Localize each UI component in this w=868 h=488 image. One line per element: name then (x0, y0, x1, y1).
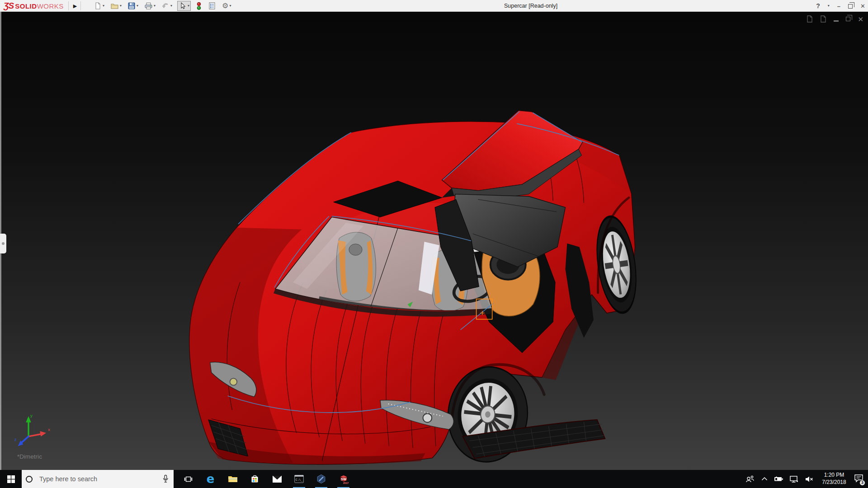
gear-icon: ⚙ (222, 2, 228, 9)
document-window-controls: ✕ (807, 15, 863, 23)
undo-button[interactable]: ▾ (160, 1, 173, 11)
save-button[interactable]: ▾ (127, 1, 139, 11)
taskbar-microsoft-store-button[interactable] (244, 470, 266, 488)
undo-icon (161, 2, 170, 10)
taskbar-clock[interactable]: 1:20 PM 7/23/2018 (820, 472, 848, 486)
people-icon[interactable] (745, 475, 755, 483)
microphone-icon[interactable] (162, 474, 169, 483)
solidworks-2017-icon: SW 2017 (338, 474, 349, 484)
taskbar-edrawings-button[interactable] (310, 470, 332, 488)
help-dropdown-arrow[interactable]: ▾ (828, 4, 830, 8)
triad-y-label: y (30, 413, 33, 418)
taskbar-mail-button[interactable] (266, 470, 288, 488)
close-button[interactable]: ✕ (860, 0, 865, 12)
dropdown-arrow[interactable]: ▾ (188, 4, 189, 8)
restore-button[interactable] (848, 4, 853, 9)
minimize-button[interactable]: – (837, 0, 840, 12)
window-controls: ? ▾ – ✕ (816, 0, 865, 12)
notification-badge: 3 (859, 480, 865, 486)
taskbar-file-explorer-button[interactable] (222, 470, 244, 488)
task-view-button[interactable] (177, 470, 199, 488)
document-restore-button[interactable] (846, 17, 850, 21)
new-document-button[interactable]: ▾ (93, 1, 105, 11)
car-model-supercar[interactable]: + x y z *Dimetric (0, 12, 868, 470)
panel-tab-knob (2, 242, 5, 245)
edrawings-hexagon-icon (316, 474, 326, 484)
cortana-icon (26, 476, 33, 483)
triad-z-label: z (14, 437, 17, 442)
select-cursor-icon (179, 2, 187, 10)
svg-text:2017: 2017 (343, 482, 348, 484)
title-bar: ƷS SOLID WORKS ▶ ▾ ▾ (0, 0, 868, 12)
taskbar-edge-button[interactable]: e (199, 470, 222, 488)
document-icon[interactable] (820, 15, 826, 23)
document-minimize-button[interactable] (834, 20, 839, 22)
volume-muted-icon[interactable] (805, 475, 814, 483)
toolbar-divider (68, 1, 69, 10)
svg-text:C:\_: C:\_ (296, 478, 303, 482)
rebuild-button[interactable] (195, 1, 203, 11)
solidworks-logo-mark: ƷS (4, 1, 14, 11)
mail-icon (272, 475, 282, 483)
dropdown-arrow[interactable]: ▾ (154, 4, 156, 8)
task-view-icon (184, 475, 193, 483)
start-button[interactable] (0, 470, 22, 488)
file-explorer-icon (228, 475, 238, 483)
file-properties-button[interactable] (207, 1, 217, 11)
window-title: Supercar [Read-only] (504, 0, 557, 12)
help-button[interactable]: ? (816, 0, 820, 12)
rebuild-traffic-light-icon (196, 2, 202, 10)
dropdown-arrow[interactable]: ▾ (103, 4, 104, 8)
svg-text:SW: SW (340, 477, 346, 481)
headlight-right-lamp (423, 413, 432, 422)
quick-access-toolbar: ▾ ▾ ▾ ▾ (93, 0, 232, 12)
orientation-triad: x y z (14, 413, 50, 446)
menu-flyout-button[interactable]: ▶ (71, 0, 79, 12)
dropdown-arrow[interactable]: ▾ (170, 4, 172, 8)
solidworks-logo-bold: SOLID (15, 2, 37, 10)
search-input[interactable]: Type here to search (22, 470, 174, 488)
open-button[interactable]: ▾ (109, 1, 123, 11)
clock-time: 1:20 PM (820, 472, 848, 479)
print-button[interactable]: ▾ (143, 1, 156, 11)
select-button[interactable]: ▾ (177, 1, 191, 11)
document-close-button[interactable]: ✕ (858, 16, 863, 23)
system-tray: 1:20 PM 7/23/2018 3 (745, 470, 868, 488)
action-center-button[interactable]: 3 (854, 474, 863, 484)
dropdown-arrow[interactable]: ▾ (137, 4, 138, 8)
network-icon[interactable] (789, 475, 799, 483)
clock-date: 7/23/2018 (820, 479, 848, 486)
dropdown-arrow[interactable]: ▾ (120, 4, 122, 8)
chevron-up-icon[interactable] (761, 475, 768, 483)
search-placeholder: Type here to search (39, 475, 162, 483)
panel-expand-tab[interactable] (0, 234, 6, 253)
command-prompt-icon: C:\_ (294, 475, 304, 483)
taskbar-apps: e (177, 470, 354, 488)
triad-x-label: x (48, 427, 50, 432)
print-icon (144, 2, 153, 10)
taskbar-command-prompt-button[interactable]: C:\_ (288, 470, 310, 488)
taskbar-solidworks-button[interactable]: SW 2017 (332, 470, 354, 488)
selection-crosshair: + (479, 309, 485, 316)
edge-icon: e (207, 473, 215, 485)
file-properties-icon (208, 2, 216, 10)
new-document-icon (94, 2, 102, 10)
headlight-left-lamp (230, 378, 237, 385)
options-button[interactable]: ⚙ ▾ (221, 1, 232, 11)
document-icon[interactable] (807, 15, 813, 23)
solidworks-logo: ƷS SOLID WORKS (4, 0, 64, 12)
toolbar-divider (80, 1, 81, 10)
windows-taskbar: Type here to search e (0, 470, 868, 488)
save-icon (127, 2, 136, 10)
battery-icon[interactable] (774, 475, 783, 483)
microsoft-store-icon (250, 474, 259, 483)
solidworks-logo-light: WORKS (37, 2, 64, 10)
windows-logo-icon (7, 475, 15, 483)
view-orientation-label: *Dimetric (17, 453, 42, 460)
open-folder-icon (110, 2, 119, 10)
graphics-viewport[interactable]: + x y z *Dimetric ✕ (0, 12, 868, 470)
dropdown-arrow[interactable]: ▾ (229, 4, 231, 8)
